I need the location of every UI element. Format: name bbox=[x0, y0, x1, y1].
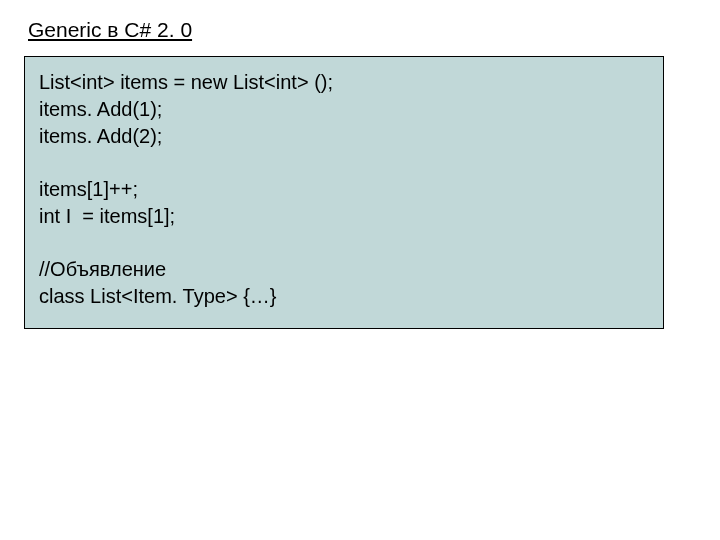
code-line: items. Add(2); bbox=[39, 123, 649, 150]
code-line: List<int> items = new List<int> (); bbox=[39, 69, 649, 96]
code-block: List<int> items = new List<int> (); item… bbox=[24, 56, 664, 329]
slide: Generic в C# 2. 0 List<int> items = new … bbox=[0, 0, 720, 347]
code-line: items[1]++; bbox=[39, 176, 649, 203]
code-line: class List<Item. Type> {…} bbox=[39, 283, 649, 310]
code-line: items. Add(1); bbox=[39, 96, 649, 123]
spacer bbox=[39, 150, 649, 176]
slide-title: Generic в C# 2. 0 bbox=[24, 18, 696, 42]
code-line: //Объявление bbox=[39, 256, 649, 283]
code-line: int I = items[1]; bbox=[39, 203, 649, 230]
spacer bbox=[39, 230, 649, 256]
